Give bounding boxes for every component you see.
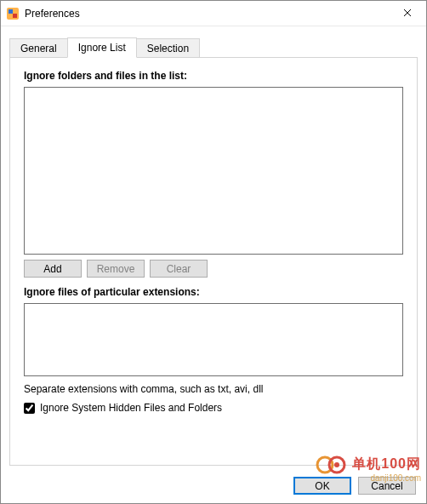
tabs: General Ignore List Selection xyxy=(9,38,418,58)
clear-button[interactable]: Clear xyxy=(150,260,208,278)
ignore-list-box[interactable] xyxy=(24,87,403,255)
window-title: Preferences xyxy=(25,8,80,20)
tab-selection-label: Selection xyxy=(147,43,189,54)
add-button-label: Add xyxy=(43,263,61,275)
cancel-button-label: Cancel xyxy=(371,480,402,492)
preferences-window: Preferences General Ignore List Selectio… xyxy=(0,0,427,504)
ignore-ext-label: Ignore files of particular extensions: xyxy=(24,286,403,298)
svg-rect-1 xyxy=(9,9,13,14)
clear-button-label: Clear xyxy=(167,263,191,275)
ext-hint: Separate extensions with comma, such as … xyxy=(24,383,403,395)
tab-ignore-list[interactable]: Ignore List xyxy=(67,37,137,58)
ignore-ext-box[interactable] xyxy=(24,303,403,376)
titlebar: Preferences xyxy=(1,1,426,26)
add-button[interactable]: Add xyxy=(24,260,82,278)
ignore-hidden-checkbox[interactable] xyxy=(24,403,35,414)
ignore-list-label: Ignore folders and files in the list: xyxy=(24,70,403,82)
tab-selection[interactable]: Selection xyxy=(136,38,200,58)
tab-general[interactable]: General xyxy=(9,38,68,58)
ok-button[interactable]: OK xyxy=(293,477,351,495)
svg-rect-2 xyxy=(13,14,17,18)
tab-ignore-label: Ignore List xyxy=(78,42,126,54)
tab-general-label: General xyxy=(20,43,57,54)
cancel-button[interactable]: Cancel xyxy=(358,477,416,495)
remove-button[interactable]: Remove xyxy=(87,260,145,278)
ignore-list-panel: Ignore folders and files in the list: Ad… xyxy=(9,57,418,466)
ok-button-label: OK xyxy=(315,480,329,492)
dialog-buttons: OK Cancel xyxy=(293,477,416,495)
remove-button-label: Remove xyxy=(97,263,135,275)
close-icon xyxy=(403,7,412,20)
ignore-hidden-label: Ignore System Hidden Files and Folders xyxy=(40,402,222,414)
app-icon xyxy=(6,7,20,20)
close-button[interactable] xyxy=(388,1,426,26)
ignore-hidden-row[interactable]: Ignore System Hidden Files and Folders xyxy=(24,402,403,414)
